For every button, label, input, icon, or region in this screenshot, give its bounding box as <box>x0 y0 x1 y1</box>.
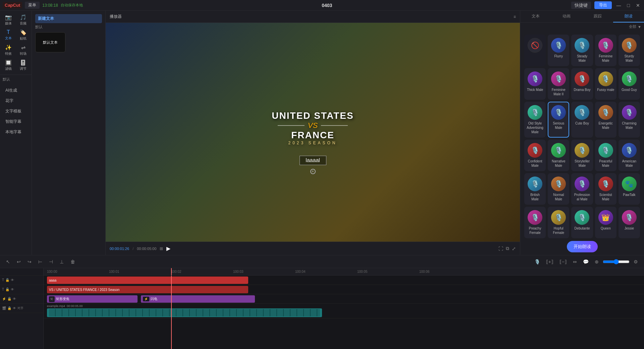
close-button[interactable]: ✕ <box>635 3 641 8</box>
track-3-eye-icon[interactable]: 👁 <box>13 297 16 301</box>
voice-card-thick-male[interactable]: 🎙️ Thick Male <box>524 68 546 100</box>
voice-card-drama-boy[interactable]: 🎙️ Drama Boy <box>571 68 593 100</box>
toolbar-item-effects[interactable]: ✨特效 <box>1 43 15 57</box>
track-1-lock-icon[interactable]: 🔓 <box>5 278 9 282</box>
menu-button[interactable]: 菜单 <box>25 2 40 9</box>
filter-icon: 🔲 <box>5 59 12 66</box>
voice-card-good-guy[interactable]: 🎙️ Good Guy <box>619 68 640 100</box>
voice-card-storyteller-male[interactable]: 🎙️ Storyteller Male <box>571 140 593 171</box>
voice-card-fussy-male[interactable]: 🎙️ Fussy male <box>595 68 616 100</box>
voice-card-queen[interactable]: 👑 Queen <box>595 207 616 238</box>
voice-card-hopful-female[interactable]: 🎙️ Hopful Female <box>548 207 569 238</box>
clip-zoom[interactable]: 矩矩形变焦 <box>47 295 138 303</box>
new-text-button[interactable]: 新建文本 <box>35 14 102 23</box>
tab-朗读[interactable]: 朗读 <box>613 11 644 22</box>
sidebar-item-智能字幕[interactable]: 智能字幕 <box>3 117 29 126</box>
trim-left-button[interactable]: ⊣ <box>47 258 55 265</box>
clip-video[interactable] <box>47 308 322 317</box>
tab-动画[interactable]: 动画 <box>551 11 582 22</box>
toolbar-item-filter[interactable]: 🔲滤镜 <box>1 58 15 72</box>
start-dubbing-button[interactable]: 开始朗读 <box>567 241 598 252</box>
tab-文本[interactable]: 文本 <box>520 11 551 22</box>
toolbar-item-sticker[interactable]: 🏷️贴纸 <box>16 28 30 42</box>
voice-card-scientist-male[interactable]: 🎙️ Scientist Male <box>595 173 616 205</box>
voice-card-narrative-male[interactable]: 🎙️ Narrative Male <box>548 140 569 171</box>
track-1-eye-icon[interactable]: 👁 <box>11 278 14 282</box>
voice-card-old-style-advertising-male[interactable]: 🎙️ Old Style Advertising Male <box>524 102 546 138</box>
voice-card-feminine-male[interactable]: 🎙️ Feminine Male <box>595 35 616 66</box>
voice-card-normal-male[interactable]: 🎙️ Normal Male <box>548 173 569 205</box>
tab-跟踪[interactable]: 跟踪 <box>582 11 613 22</box>
preview-menu-icon[interactable]: ≡ <box>514 14 516 19</box>
track-2-lock-icon[interactable]: 🔓 <box>5 288 9 291</box>
default-text-card[interactable]: 默认文本 <box>35 32 65 52</box>
voice-card-jessie[interactable]: 🎙️ Jessie <box>619 207 640 238</box>
undo-button[interactable]: ↩ <box>15 258 23 265</box>
trim-right-button[interactable]: ⊥ <box>58 258 66 265</box>
voice-name-hopful-female: Hopful Female <box>550 226 567 235</box>
sidebar-item-花字[interactable]: 花字 <box>3 96 29 105</box>
frame-grid-icon[interactable]: ⊞ <box>160 246 163 251</box>
fullscreen-button[interactable]: ⛶ <box>498 246 503 251</box>
mic-button[interactable]: 🎙️ <box>532 258 542 265</box>
toolbar-item-audio[interactable]: 🎵音频 <box>16 13 30 27</box>
export-button[interactable]: 导出 <box>594 1 612 9</box>
voice-card-debutante[interactable]: 🎙️ Debutante <box>571 207 593 238</box>
shortcut-button[interactable]: 快捷键 <box>571 2 591 9</box>
toolbar-item-media[interactable]: 📷媒体 <box>1 13 15 27</box>
split-button[interactable]: ⊢ <box>36 258 44 265</box>
caption-button[interactable]: 💬 <box>581 258 591 265</box>
voice-avatar-storyteller-male: 🎙️ <box>575 143 589 158</box>
text-input-overlay[interactable]: laaaal ⊕ <box>300 156 326 165</box>
voice-avatar-cute-boy: 🎙️ <box>575 105 589 120</box>
clip-vs-title[interactable]: VS / UNITED STATES FRANCE / 2023 Season <box>47 286 248 293</box>
pip-button[interactable]: ⧉ <box>506 246 509 251</box>
voice-card-american-male[interactable]: 🎙️ American Male <box>619 140 640 171</box>
filter-icon[interactable]: ▼ <box>638 25 641 29</box>
voice-card-professional-male[interactable]: 🎙️ Professional Male <box>571 173 593 205</box>
toolbar-item-transition[interactable]: ⇌转场 <box>16 43 30 57</box>
voice-card-energetic-male[interactable]: 🎙️ Energetic Male <box>595 102 616 138</box>
sidebar-item-本地字幕[interactable]: 本地字幕 <box>3 128 29 137</box>
fit-button[interactable]: ⇔ <box>571 258 579 265</box>
toolbar-item-adjust[interactable]: 🎚️调节 <box>16 58 30 72</box>
sidebar-item-AI生成[interactable]: AI生成 <box>3 86 29 95</box>
voice-card-serious-male[interactable]: 🎙️ Serious Male <box>548 102 569 138</box>
settings-button[interactable]: ⚙ <box>632 258 640 265</box>
clip-lightning[interactable]: ⚡闪电 <box>141 295 255 303</box>
zoom-in-button[interactable]: ⟦+⟧ <box>544 258 555 265</box>
maximize-button[interactable]: □ <box>626 3 631 8</box>
voice-card-sturdy-male[interactable]: 🎙️ Sturdy Male <box>619 35 640 66</box>
minimize-button[interactable]: — <box>615 3 623 8</box>
zoom-slider[interactable] <box>603 259 630 264</box>
track-3-lock-icon[interactable]: 🔓 <box>7 297 11 301</box>
redo-button[interactable]: ↪ <box>25 258 34 265</box>
track-2-type-icon: T <box>2 288 4 291</box>
voice-avatar-narrative-male: 🎙️ <box>551 143 566 158</box>
voice-card-pawtalk[interactable]: 🐾 PawTalk <box>619 173 640 205</box>
voice-card-steady-male[interactable]: 🎙️ Steady Male <box>571 35 593 66</box>
track-2-eye-icon[interactable]: 👁 <box>11 288 14 291</box>
track-4-eye-icon[interactable]: 👁 <box>13 306 16 310</box>
clip-aaaa[interactable]: aaaa <box>47 277 248 284</box>
playhead[interactable] <box>171 268 172 275</box>
zoom-out-button[interactable]: ⟦−⟧ <box>557 258 569 265</box>
delete-button[interactable]: 🗑 <box>68 258 77 265</box>
voice-card-peaceful-male[interactable]: 🎙️ Peaceful Male <box>595 140 616 171</box>
expand-button[interactable]: ⤢ <box>512 246 516 251</box>
voice-card-preachy-female[interactable]: 🎙️ Preachy Female <box>524 207 546 238</box>
track-4-lock-icon[interactable]: 🔒 <box>7 306 11 310</box>
voice-card-confident-male[interactable]: 🎙️ Confident Male <box>524 140 546 171</box>
select-tool-button[interactable]: ↖ <box>4 258 12 265</box>
play-button[interactable]: ▶ <box>166 245 170 252</box>
toolbar-item-text[interactable]: T文本 <box>1 28 15 42</box>
add-track-button[interactable]: ⊕ <box>593 258 601 265</box>
voice-card-charming-male[interactable]: 🎙️ Charming Male <box>619 102 640 138</box>
voice-card-flurry[interactable]: 🎙️ Flurry <box>548 35 569 66</box>
total-time: 00:00:05:00 <box>137 247 156 251</box>
sidebar-item-文字模板[interactable]: 文字模板 <box>3 107 29 116</box>
voice-card-british-male[interactable]: 🎙️ British Male <box>524 173 546 205</box>
voice-card-disabled[interactable]: 🚫 <box>524 35 546 66</box>
voice-card-cute-boy[interactable]: 🎙️ Cute Boy <box>571 102 593 138</box>
voice-card-feminine-male-ii[interactable]: 🎙️ Feminine Male II <box>548 68 569 100</box>
